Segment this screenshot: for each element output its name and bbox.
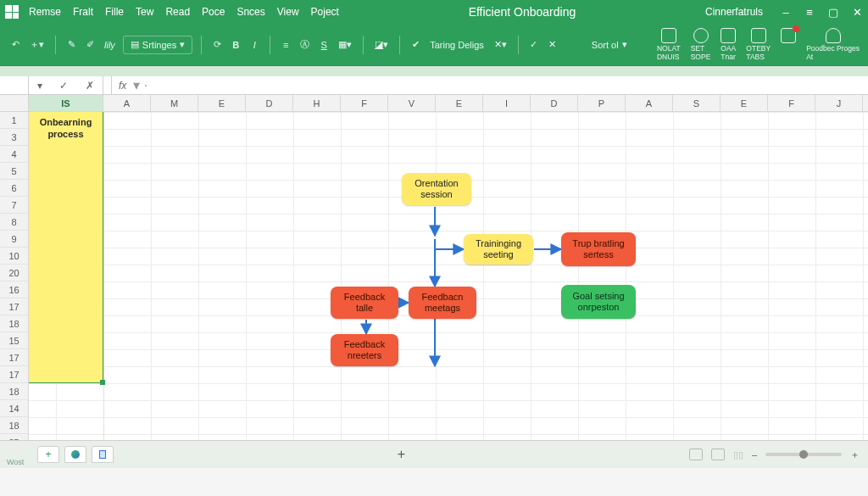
menu-item[interactable]: Remse: [29, 6, 61, 18]
check-pen-icon[interactable]: ✔: [409, 36, 422, 54]
hamburger-icon[interactable]: ≡: [804, 6, 815, 19]
column-header[interactable]: A: [103, 95, 151, 111]
column-header[interactable]: I: [483, 95, 531, 111]
menu-item[interactable]: View: [277, 6, 299, 18]
spreadsheet-grid[interactable]: IS A M E D H F V E I D P A S E F J 1 3 4…: [0, 95, 868, 468]
zoom-slider[interactable]: [765, 453, 842, 456]
column-header[interactable]: V: [388, 95, 436, 111]
view-normal-icon[interactable]: [689, 449, 703, 460]
flow-node-feedback-meeters[interactable]: Feedback nreeters: [331, 334, 398, 366]
menu-item[interactable]: Fralt: [73, 6, 93, 18]
ribbon-button[interactable]: Poodbec Proges At: [806, 28, 860, 61]
close-icon[interactable]: ✕: [851, 6, 863, 19]
zoom-in-icon[interactable]: ＋: [850, 449, 860, 461]
column-header[interactable]: D: [246, 95, 293, 111]
sheet-tab[interactable]: [64, 446, 86, 463]
flow-node-orientation[interactable]: Orentation session: [402, 173, 471, 205]
column-header[interactable]: E: [198, 95, 246, 111]
select-all-corner[interactable]: [0, 95, 29, 111]
row-header[interactable]: 1: [0, 112, 28, 129]
column-header[interactable]: F: [768, 95, 815, 111]
column-header[interactable]: H: [293, 95, 341, 111]
pen-icon[interactable]: ✐: [83, 36, 97, 54]
row-header[interactable]: 10: [0, 248, 28, 265]
view-pagebreak-icon[interactable]: [711, 449, 725, 460]
sort-dropdown[interactable]: Sort ol ▾: [585, 36, 634, 54]
paint-icon[interactable]: Ⓐ: [298, 36, 312, 54]
taring-label[interactable]: Taring Deligs: [427, 36, 487, 54]
column-header[interactable]: M: [151, 95, 198, 111]
clear-x-icon[interactable]: ✕▾: [492, 36, 509, 54]
flow-node-training[interactable]: Traininging seeting: [464, 234, 533, 265]
settings-dropdown[interactable]: ▤ Srtinges ▾: [123, 36, 192, 54]
row-header[interactable]: 20: [0, 265, 28, 281]
name-box[interactable]: [0, 76, 29, 94]
underline-icon[interactable]: S: [317, 36, 331, 54]
formula-input[interactable]: fx ▾ ·: [112, 76, 868, 94]
column-header[interactable]: E: [436, 95, 483, 111]
fbar-accept-icon[interactable]: ✓: [59, 80, 68, 92]
title-cell[interactable]: Onbearning process: [29, 112, 103, 146]
row-header[interactable]: 5: [0, 163, 28, 180]
menu-item[interactable]: Poce: [202, 6, 225, 18]
flow-node-goal[interactable]: Goal setsing onrpeston: [561, 285, 636, 319]
column-header[interactable]: J: [815, 95, 863, 111]
fbar-cancel-icon[interactable]: ✗: [86, 80, 94, 92]
ribbon-button[interactable]: NOLAT DNUIS: [657, 28, 681, 61]
row-header[interactable]: 18: [0, 417, 28, 434]
column-header[interactable]: S: [673, 95, 721, 111]
row-header[interactable]: 7: [0, 197, 28, 214]
fbar-dropdown-icon[interactable]: ▾: [37, 80, 42, 92]
flow-node-troubling[interactable]: Trup bratling sertess: [561, 232, 636, 266]
app-grid-icon[interactable]: [5, 5, 19, 19]
menu-item[interactable]: Fille: [105, 6, 124, 18]
new-sheet-button[interactable]: +: [37, 446, 59, 463]
column-header[interactable]: E: [721, 95, 768, 111]
flow-node-feedback-meetags[interactable]: Feedbacn meetags: [409, 287, 476, 319]
row-header[interactable]: 17: [0, 366, 28, 383]
menu-item[interactable]: Read: [165, 6, 190, 18]
menu-item[interactable]: Tew: [136, 6, 153, 18]
fbar-chevron-icon[interactable]: ▾ ·: [133, 77, 147, 93]
zoom-out-icon[interactable]: –: [752, 449, 757, 460]
brush-icon[interactable]: ✎: [64, 36, 78, 54]
flow-node-feedback-table[interactable]: Feedback talle: [331, 287, 398, 319]
column-header[interactable]: A: [626, 95, 673, 111]
ribbon-button[interactable]: SET SOPE: [691, 28, 711, 61]
row-header[interactable]: 14: [0, 400, 28, 417]
align-icon[interactable]: ≡: [279, 36, 292, 54]
selection-handle-icon[interactable]: [100, 380, 105, 385]
ribbon-button[interactable]: [781, 28, 796, 43]
column-header[interactable]: IS: [29, 95, 103, 111]
add-icon[interactable]: ＋▾: [27, 36, 47, 54]
row-header[interactable]: 3: [0, 129, 28, 146]
grid-icon[interactable]: ▦▾: [336, 36, 354, 54]
row-header[interactable]: 16: [0, 281, 28, 298]
refresh-icon[interactable]: ⟳: [210, 36, 224, 54]
undo-icon[interactable]: ↶: [8, 36, 22, 54]
row-header[interactable]: 6: [0, 180, 28, 197]
row-header[interactable]: 4: [0, 146, 28, 163]
row-header[interactable]: 18: [0, 315, 28, 332]
row-header[interactable]: 18: [0, 383, 28, 400]
selected-range[interactable]: Onbearning process: [29, 112, 103, 383]
row-header[interactable]: 17: [0, 298, 28, 315]
add-center-button[interactable]: +: [398, 447, 405, 462]
italic-icon[interactable]: I: [248, 36, 261, 54]
accept-icon[interactable]: ✓: [527, 36, 541, 54]
ribbon-button[interactable]: OTEBY TABS: [746, 28, 771, 61]
maximize-icon[interactable]: ▢: [827, 6, 839, 19]
row-header[interactable]: 15: [0, 332, 28, 349]
column-header[interactable]: F: [341, 95, 388, 111]
sheet-tab[interactable]: [92, 446, 114, 463]
column-header[interactable]: D: [531, 95, 578, 111]
row-header[interactable]: 9: [0, 231, 28, 248]
highlight-icon[interactable]: ◪▾: [372, 36, 391, 54]
minimize-icon[interactable]: –: [780, 6, 792, 19]
row-header[interactable]: 17: [0, 349, 28, 366]
row-header[interactable]: 8: [0, 214, 28, 231]
ribbon-button[interactable]: OAA Tnar: [721, 28, 736, 61]
menu-item[interactable]: Poject: [311, 6, 339, 18]
reject-icon[interactable]: ✕: [546, 36, 559, 54]
menu-item[interactable]: Snces: [236, 6, 264, 18]
